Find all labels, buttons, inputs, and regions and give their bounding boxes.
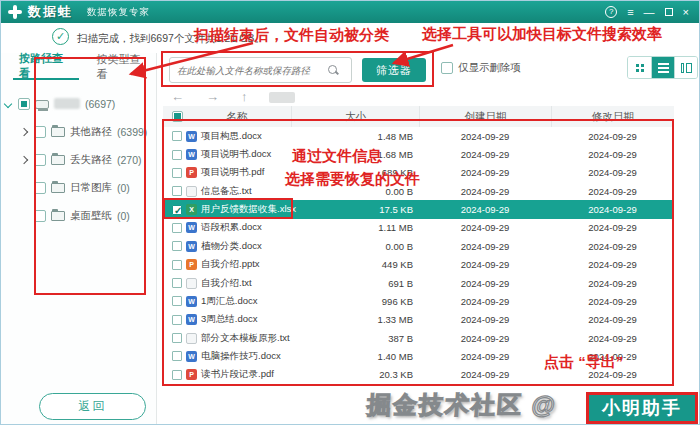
table-row[interactable]: X 用户反馈数据收集.xlsx 17.5 KB 2024-09-29 2024-…	[163, 200, 674, 218]
row-checkbox[interactable]	[172, 315, 182, 325]
file-name: 部分文本模板原形.txt	[201, 332, 290, 345]
tree-item[interactable]: 日常图库 (0)	[1, 174, 156, 202]
cell-size: 691 B	[291, 278, 419, 289]
caret-icon[interactable]	[21, 185, 29, 191]
cell-created: 2024-09-29	[419, 314, 551, 325]
annotation-click-export: 点击 “导出”	[544, 353, 623, 372]
tree-item[interactable]: 桌面壁纸 (0)	[1, 202, 156, 230]
column-view-icon[interactable]	[674, 57, 697, 78]
row-checkbox[interactable]	[172, 351, 182, 361]
table-row[interactable]: 自我介绍.txt 691 B 2024-09-29 2024-09-29	[163, 274, 674, 292]
table-row[interactable]: W 项目构思.docx 1.48 MB 2024-09-29 2024-09-2…	[163, 127, 674, 145]
row-checkbox[interactable]	[172, 223, 182, 233]
sidebar-tree: (6697) 其他路径 (6399) 丢失路径 (270) 日常图库 (0) 桌…	[1, 80, 156, 230]
table-row[interactable]: W 植物分类.docx 0.00 B 2024-09-29 2024-09-29	[163, 237, 674, 255]
select-all-checkbox[interactable]	[172, 111, 183, 122]
navigation-row: ← → ↑	[163, 89, 699, 106]
nav-forward-icon[interactable]: →	[206, 89, 219, 104]
row-checkbox[interactable]	[172, 278, 182, 288]
table-row[interactable]: W 3周总结.docx 1.33 MB 2024-09-29 2024-09-2…	[163, 311, 674, 329]
xlsx-file-icon: X	[186, 204, 197, 215]
header-created[interactable]: 创建日期	[419, 106, 551, 127]
table-row[interactable]: W 1周汇总.docx 996 KB 2024-09-29 2024-09-29	[163, 292, 674, 310]
caret-icon[interactable]	[21, 213, 29, 219]
window-controls: ? ≡ — ×	[605, 6, 689, 18]
caret-icon[interactable]	[21, 129, 29, 135]
cell-size: 996 KB	[291, 296, 419, 307]
tree-item-label	[54, 98, 80, 111]
annotation-filter-tool: 选择工具可以加快目标文件搜索效率	[422, 25, 662, 44]
filter-button[interactable]: 筛选器	[362, 58, 426, 82]
tree-item[interactable]: 丢失路径 (270)	[1, 146, 156, 174]
titlebar: 数据蛙 数据恢复专家 ? ≡ — ×	[1, 1, 699, 23]
row-checkbox[interactable]	[172, 260, 182, 270]
header-size[interactable]: 大小	[291, 106, 419, 127]
maximize-icon[interactable]	[665, 8, 673, 16]
file-name: 项目说明书.pdf	[201, 166, 264, 179]
row-checkbox[interactable]	[172, 370, 182, 380]
row-checkbox[interactable]	[172, 296, 182, 306]
file-name: 1周汇总.docx	[201, 295, 258, 308]
table-row[interactable]: W 语段积累.docx 1.11 MB 2024-09-29 2024-09-2…	[163, 219, 674, 237]
row-checkbox[interactable]	[172, 150, 182, 160]
cell-size: 387 B	[291, 333, 419, 344]
folder-icon	[51, 155, 65, 165]
file-name: 项目构思.docx	[201, 130, 262, 143]
grid-view-icon[interactable]	[628, 57, 651, 78]
tree-item-label: 丢失路径	[70, 153, 112, 167]
help-icon[interactable]: ?	[605, 6, 617, 18]
nav-up-icon[interactable]: ↑	[241, 89, 248, 104]
tree-checkbox[interactable]	[18, 98, 30, 110]
show-deleted-only[interactable]: 仅显示删除项	[441, 61, 521, 75]
view-toggle	[627, 56, 698, 79]
row-checkbox[interactable]	[172, 186, 182, 196]
tree-checkbox[interactable]	[34, 210, 46, 222]
back-button[interactable]: 返回	[39, 393, 146, 420]
tab-view-by-type[interactable]: 按类型查看	[91, 53, 157, 80]
show-deleted-checkbox[interactable]	[441, 62, 453, 74]
nav-back-icon[interactable]: ←	[171, 89, 184, 104]
export-button[interactable]: 小明助手	[586, 392, 698, 424]
caret-icon[interactable]	[21, 157, 29, 163]
file-name: 植物分类.docx	[201, 240, 262, 253]
minimize-icon[interactable]: —	[644, 7, 655, 18]
tree-item-label: 桌面壁纸	[70, 209, 112, 223]
cell-created: 2024-09-29	[419, 241, 551, 252]
tree-checkbox[interactable]	[34, 182, 46, 194]
pptx-file-icon: P	[186, 259, 197, 270]
tab-view-by-path[interactable]: 按路径查看	[13, 53, 79, 80]
menu-icon[interactable]: ≡	[627, 7, 633, 18]
table-row[interactable]: P 自我介绍.pptx 449 KB 2024-09-29 2024-09-29	[163, 256, 674, 274]
app-subtitle: 数据恢复专家	[87, 6, 150, 19]
row-checkbox[interactable]	[172, 168, 182, 178]
row-checkbox[interactable]	[172, 131, 182, 141]
cell-modified: 2024-09-29	[551, 241, 674, 252]
tree-item[interactable]: 其他路径 (6399)	[1, 118, 156, 146]
cell-size: 449 KB	[291, 259, 419, 270]
table-row[interactable]: 部分文本模板原形.txt 387 B 2024-09-29 2024-09-29	[163, 329, 674, 347]
cell-size: 1.33 MB	[291, 314, 419, 325]
list-view-icon[interactable]	[651, 57, 674, 78]
file-name: 3周总结.docx	[201, 313, 258, 326]
tree-item-label: 其他路径	[70, 125, 112, 139]
close-icon[interactable]: ×	[683, 7, 689, 18]
header-name[interactable]: 名称	[163, 106, 291, 127]
cell-name: W 电脑操作技巧.docx	[163, 350, 291, 363]
search-icon[interactable]	[327, 64, 339, 76]
row-checkbox[interactable]	[172, 205, 182, 215]
table-row[interactable]: W 项目说明书.docx 1.68 MB 2024-09-29 2024-09-…	[163, 145, 674, 163]
search-input[interactable]	[170, 65, 325, 76]
cell-size: 0.00 B	[291, 241, 419, 252]
scan-complete-check-icon: ✓	[52, 28, 69, 45]
table-header: 名称 大小 创建日期 修改日期	[163, 106, 674, 127]
pdf-file-icon: P	[186, 167, 197, 178]
docx-file-icon: W	[186, 222, 197, 233]
row-checkbox[interactable]	[172, 241, 182, 251]
cell-name: W 3周总结.docx	[163, 313, 291, 326]
tree-checkbox[interactable]	[34, 126, 46, 138]
caret-icon[interactable]	[5, 101, 13, 107]
row-checkbox[interactable]	[172, 333, 182, 343]
header-modified[interactable]: 修改日期	[551, 106, 674, 127]
tree-checkbox[interactable]	[34, 154, 46, 166]
tree-item[interactable]: (6697)	[1, 90, 156, 118]
